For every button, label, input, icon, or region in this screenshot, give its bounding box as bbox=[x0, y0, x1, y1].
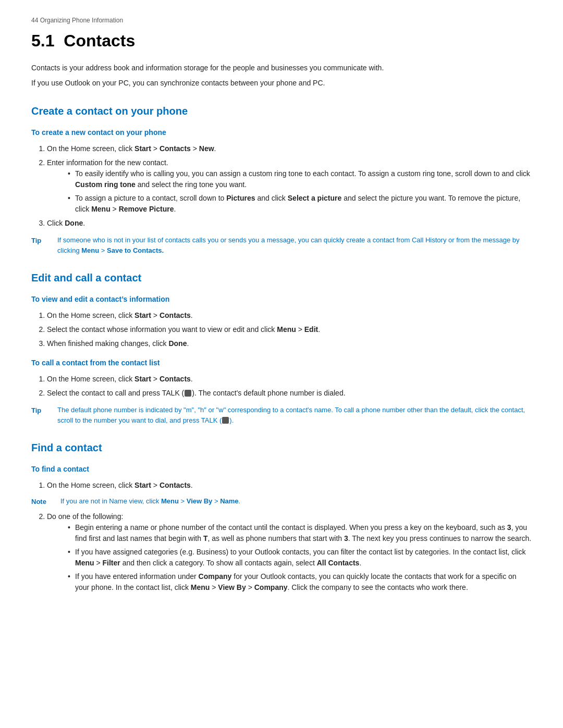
bullet-ringtone: To easily identify who is calling you, y… bbox=[68, 168, 532, 190]
note-text-find: If you are not in Name view, click Menu … bbox=[60, 496, 240, 507]
tip-text-create: If someone who is not in your list of co… bbox=[57, 235, 532, 255]
chapter-title: 5.1 Contacts bbox=[31, 28, 532, 53]
subheading-create-new: To create a new contact on your phone bbox=[31, 127, 532, 138]
note-label-find: Note bbox=[31, 496, 53, 507]
tip-create: Tip If someone who is not in your list o… bbox=[31, 235, 532, 255]
steps-find: On the Home screen, click Start > Contac… bbox=[47, 480, 532, 491]
steps-find-2: Do one of the following: Begin entering … bbox=[47, 511, 532, 593]
bullet-find-name: Begin entering a name or phone number of… bbox=[68, 522, 532, 544]
step-1-edit: On the Home screen, click Start > Contac… bbox=[47, 310, 532, 321]
phone-icon-inline bbox=[185, 390, 191, 397]
bullet-picture: To assign a picture to a contact, scroll… bbox=[68, 193, 532, 215]
step-1-call: On the Home screen, click Start > Contac… bbox=[47, 374, 532, 385]
note-find: Note If you are not in Name view, click … bbox=[31, 496, 532, 507]
phone-icon-tip bbox=[222, 417, 229, 424]
tip-label-call: Tip bbox=[31, 405, 50, 425]
tip-call: Tip The default phone number is indicate… bbox=[31, 405, 532, 425]
bullets-create: To easily identify who is calling you, y… bbox=[68, 168, 532, 215]
section-heading-create: Create a contact on your phone bbox=[31, 103, 532, 119]
steps-view-edit: On the Home screen, click Start > Contac… bbox=[47, 310, 532, 349]
steps-create-new: On the Home screen, click Start > Contac… bbox=[47, 143, 532, 229]
intro-para-1: Contacts is your address book and inform… bbox=[31, 63, 532, 73]
page-label: 44 Organizing Phone Information bbox=[31, 16, 532, 25]
step-2-find: Do one of the following: Begin entering … bbox=[47, 511, 532, 593]
step-2-create: Enter information for the new contact. T… bbox=[47, 157, 532, 215]
subheading-view-edit: To view and edit a contact’s information bbox=[31, 294, 532, 305]
step-2-edit: Select the contact whose information you… bbox=[47, 324, 532, 335]
tip-text-call: The default phone number is indicated by… bbox=[57, 405, 532, 425]
step-3-edit: When finished making changes, click Done… bbox=[47, 338, 532, 349]
subheading-call-from-list: To call a contact from the contact list bbox=[31, 357, 532, 368]
subheading-find: To find a contact bbox=[31, 464, 532, 475]
tip-label-create: Tip bbox=[31, 235, 50, 255]
steps-call-from-list: On the Home screen, click Start > Contac… bbox=[47, 374, 532, 399]
bullet-find-category: If you have assigned categories (e.g. Bu… bbox=[68, 547, 532, 569]
step-3-create: Click Done. bbox=[47, 218, 532, 229]
step-1-find: On the Home screen, click Start > Contac… bbox=[47, 480, 532, 491]
bullets-find: Begin entering a name or phone number of… bbox=[68, 522, 532, 593]
section-heading-find: Find a contact bbox=[31, 440, 532, 455]
bullet-find-company: If you have entered information under Co… bbox=[68, 571, 532, 593]
section-heading-edit: Edit and call a contact bbox=[31, 270, 532, 286]
intro-para-2: If you use Outlook on your PC, you can s… bbox=[31, 78, 532, 89]
step-1-create: On the Home screen, click Start > Contac… bbox=[47, 143, 532, 154]
step-2-call: Select the contact to call and press TAL… bbox=[47, 388, 532, 399]
